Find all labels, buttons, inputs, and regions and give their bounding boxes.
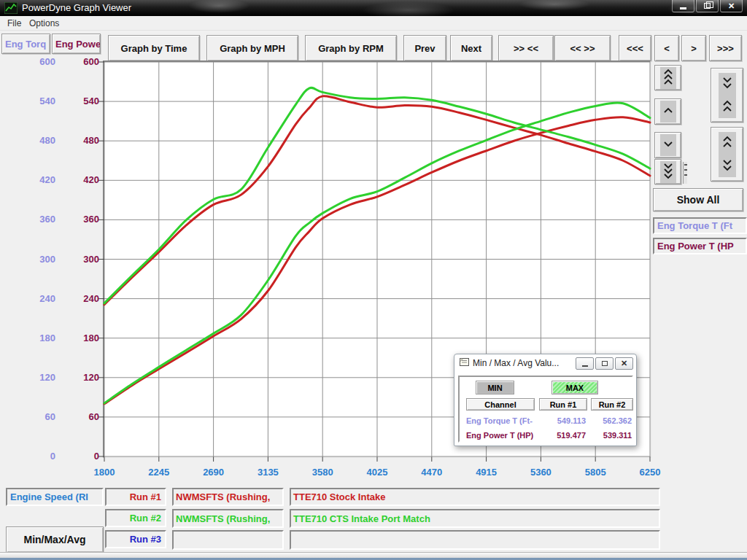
menu-bar: File Options: [0, 16, 747, 31]
powerdyne-window: { "window": { "title": "PowerDyne Graph …: [0, 0, 747, 560]
run3-description-field[interactable]: [290, 530, 660, 550]
column-header-channel[interactable]: Channel: [466, 398, 535, 411]
hidden-button-fragment: [683, 162, 687, 184]
scroll-down-button[interactable]: [654, 132, 681, 158]
minmax-window-icon: [460, 358, 469, 368]
table-cell-power-channel: Eng Power T (HP): [466, 431, 546, 440]
run2-label: Run #2: [105, 509, 166, 527]
legend-torque-label: Eng Torque T (Ft: [653, 217, 747, 234]
x-axis-tick: 3580: [301, 466, 344, 479]
y-axis-power-tick: 300: [48, 253, 99, 266]
next-button[interactable]: Next: [450, 35, 492, 61]
x-axis-tick: 4915: [465, 466, 508, 479]
minimize-icon: [680, 7, 686, 9]
channel-button-power[interactable]: Eng Powe: [52, 34, 101, 54]
x-axis-tick: 5805: [573, 466, 617, 479]
close-button[interactable]: ✕: [720, 0, 743, 12]
minimize-button[interactable]: [672, 0, 694, 12]
x-axis-tick: 2245: [137, 466, 181, 479]
minmax-restore-button[interactable]: [595, 357, 614, 370]
show-all-button[interactable]: Show All: [653, 188, 743, 211]
column-header-run1[interactable]: Run #1: [539, 398, 587, 411]
zoom-in-y-button[interactable]: [711, 68, 743, 122]
min-toggle-button[interactable]: MIN: [476, 381, 514, 394]
max-toggle-button[interactable]: MAX: [551, 381, 598, 394]
table-cell-torque-run2: 562.362: [591, 416, 632, 425]
minmax-minimize-button[interactable]: [576, 357, 594, 370]
run1-label: Run #1: [105, 488, 166, 506]
table-cell-power-run2: 539.311: [591, 431, 632, 440]
zoom-in-x-button[interactable]: >> <<: [498, 35, 554, 61]
restore-icon: [602, 361, 608, 366]
restore-icon: [704, 3, 711, 9]
scroll-down-fast-button[interactable]: [654, 159, 681, 184]
zoom-out-y-button[interactable]: [711, 127, 743, 182]
restore-button[interactable]: [696, 0, 719, 12]
minmax-panel: MIN MAX Channel Run #1 Run #2 Eng Torque…: [458, 376, 633, 443]
y-axis-power-tick: 60: [48, 411, 99, 424]
prev-button[interactable]: Prev: [403, 35, 446, 61]
y-axis-power-tick: 120: [48, 371, 99, 384]
run3-label: Run #3: [105, 530, 166, 548]
table-cell-power-run1: 519.477: [539, 431, 586, 440]
minmax-title-bar[interactable]: Min / Max / Avg Valu... ✕: [454, 354, 636, 372]
x-axis-tick: 4470: [410, 466, 454, 479]
scroll-up-button[interactable]: [654, 98, 681, 125]
run1-file-field[interactable]: NWMSFTS (Rushing,: [172, 488, 284, 506]
run1-description-field[interactable]: TTE710 Stock Intake: [290, 488, 660, 506]
y-axis-power-tick: 180: [48, 332, 99, 345]
close-icon: ✕: [621, 359, 627, 368]
scroll-fast-right-button[interactable]: >>>: [709, 35, 742, 61]
y-axis-power-tick: 360: [48, 213, 99, 226]
x-axis-tick: 1800: [82, 466, 126, 479]
x-axis-tick: 5360: [519, 466, 562, 479]
status-bar: [0, 552, 747, 558]
y-axis-power-tick: 480: [48, 134, 99, 147]
table-cell-torque-channel: Eng Torque T (Ft-: [466, 416, 539, 425]
run2-file-field[interactable]: NWMSFTS (Rushing,: [172, 509, 284, 528]
app-icon: [4, 2, 18, 14]
scroll-left-button[interactable]: <: [654, 35, 679, 61]
x-axis-tick: 6250: [628, 466, 672, 479]
run3-file-field[interactable]: [172, 530, 284, 550]
y-axis-power-tick: 420: [48, 174, 99, 187]
run2-description-field[interactable]: TTE710 CTS Intake Port Match: [290, 509, 660, 528]
y-axis-power-tick: 0: [48, 450, 99, 463]
y-axis-power-tick: 540: [48, 95, 99, 108]
y-axis-power-tick: 600: [48, 55, 99, 69]
channel-button-torque[interactable]: Eng Torq: [1, 34, 50, 54]
graph-by-time-button[interactable]: Graph by Time: [108, 35, 200, 61]
x-axis-tick: 2690: [192, 466, 236, 479]
minmax-close-button[interactable]: ✕: [615, 357, 633, 370]
window-title: PowerDyne Graph Viewer: [22, 2, 131, 13]
graph-by-mph-button[interactable]: Graph by MPH: [206, 35, 298, 61]
x-axis-channel-box: Engine Speed (RI: [6, 488, 104, 506]
scroll-fast-left-button[interactable]: <<<: [619, 35, 651, 61]
graph-by-rpm-button[interactable]: Graph by RPM: [305, 35, 397, 61]
table-cell-torque-run1: 549.113: [539, 416, 586, 425]
x-axis-tick: 3135: [246, 466, 290, 479]
column-header-run2[interactable]: Run #2: [591, 398, 633, 411]
menu-file[interactable]: File: [7, 18, 21, 28]
minmax-window-title: Min / Max / Avg Valu...: [473, 358, 559, 368]
close-icon: ✕: [728, 2, 735, 10]
title-bar: PowerDyne Graph Viewer ✕: [0, 0, 747, 16]
scroll-right-button[interactable]: >: [681, 35, 706, 61]
y-axis-power-tick: 240: [48, 292, 99, 306]
minmax-avg-button[interactable]: Min/Max/Avg: [6, 526, 104, 553]
zoom-out-x-button[interactable]: << >>: [554, 35, 611, 61]
minmax-window[interactable]: Min / Max / Avg Valu... ✕ MIN MAX Channe…: [454, 354, 637, 446]
minimize-icon: [582, 365, 588, 367]
menu-options[interactable]: Options: [29, 18, 59, 28]
legend-power-label: Eng Power T (HP: [653, 238, 747, 254]
x-axis-tick: 4025: [355, 466, 399, 479]
scroll-up-fast-button[interactable]: [654, 65, 681, 90]
